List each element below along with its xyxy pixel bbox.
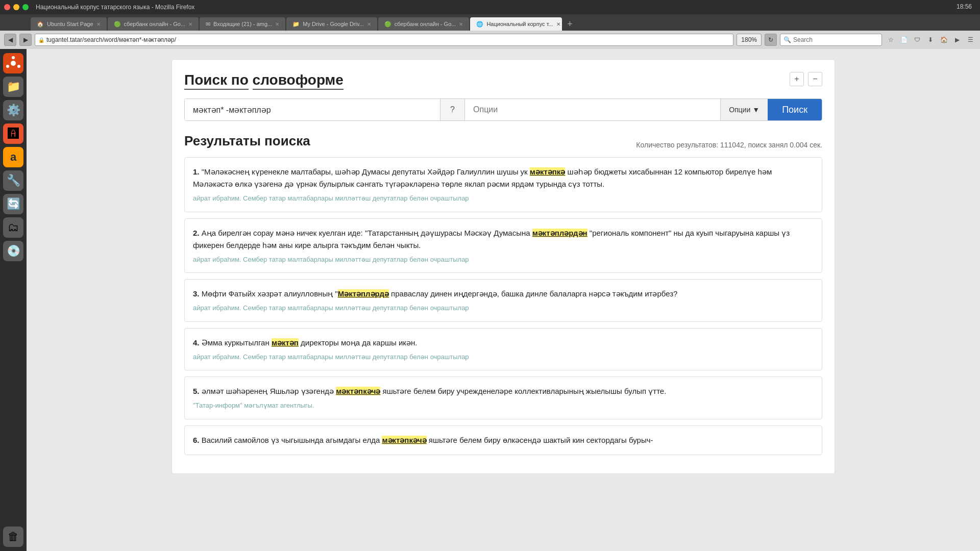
search-header: Поиск по словоформе + − — [184, 72, 822, 88]
tab-label: Ubuntu Start Page — [47, 21, 93, 27]
browser-search-box[interactable]: 🔍 Search — [780, 34, 882, 46]
tab-national-corpus[interactable]: 🌐 Национальный корпус т... ✕ — [470, 17, 562, 31]
sidebar-icon-amazon[interactable]: a — [3, 147, 23, 167]
tab-favicon: 🟢 — [384, 21, 391, 28]
search-input-row: ? Опции ▼ Поиск — [184, 98, 822, 121]
browser-body: 📁 ⚙️ 🅰 a 🔧 🔄 🗂 💿 🗑 — [0, 49, 980, 551]
menu-icon[interactable]: ☰ — [965, 34, 976, 45]
reader-icon[interactable]: 📄 — [898, 34, 910, 45]
tab-favicon: 🟢 — [114, 21, 121, 28]
search-input[interactable] — [185, 99, 440, 120]
close-window-btn[interactable] — [4, 4, 10, 10]
bookmark-icon[interactable]: ☆ — [885, 34, 896, 45]
minimize-window-btn[interactable] — [13, 4, 19, 10]
tab-close-btn[interactable]: ✕ — [459, 21, 463, 27]
forward-button[interactable]: ▶ — [19, 34, 32, 46]
result-item: 5. әлмәт шәhәренең Яшьләр үзәгендә мәктә… — [184, 377, 822, 419]
sidebar-icon-software[interactable]: 🅰 — [3, 123, 23, 144]
result-item: 2. Аңа бирелгән сорау мәнә ничек куелган… — [184, 218, 822, 273]
tab-label: сбербанк онлайн - Go... — [124, 21, 186, 27]
chevron-down-icon: ▼ — [752, 106, 760, 114]
url-text: tugantel.tatar/search/word/мәктәп*-мәктә… — [46, 36, 176, 43]
back-button[interactable]: ◀ — [4, 34, 16, 46]
highlighted-word: мәктәпләрдән — [532, 229, 587, 237]
sidebar-icon-files[interactable]: 📁 — [3, 77, 23, 97]
sidebar-icon-settings[interactable]: ⚙️ — [3, 100, 23, 120]
clock: 18:56 — [957, 3, 972, 10]
sidebar: 📁 ⚙️ 🅰 a 🔧 🔄 🗂 💿 🗑 — [0, 49, 27, 551]
search-button[interactable]: Поиск — [768, 99, 822, 120]
tab-inbox[interactable]: ✉ Входящие (21) - amg... ✕ — [200, 17, 285, 31]
tab-close-btn[interactable]: ✕ — [556, 21, 560, 27]
result-text: 5. әлмәт шәhәренең Яшьләр үзәгендә мәктә… — [193, 385, 814, 397]
sidebar-icon-wrench[interactable]: 🔧 — [3, 170, 23, 191]
search-title-prefix: Поиск по — [184, 72, 249, 90]
ubuntu-icon — [5, 55, 21, 71]
options-input[interactable] — [464, 99, 720, 120]
result-text: 4. Әмма куркытылган мәктәп директоры моң… — [193, 337, 814, 349]
highlighted-word: мәктәп — [272, 338, 299, 347]
highlighted-word: Мәктәпләрдә — [338, 289, 389, 298]
result-source: айрат ибраhим. Сембер татар малтабарлары… — [193, 352, 814, 362]
tab-ubuntu-start[interactable]: 🏠 Ubuntu Start Page ✕ — [31, 17, 107, 31]
result-number: 4. — [193, 338, 200, 347]
youtube-icon[interactable]: ▶ — [951, 34, 963, 45]
tab-label: сбербанк онлайн - Go... — [395, 21, 456, 27]
nav-toolbar-icons: ☆ 📄 🛡 ⬇ 🏠 ▶ ☰ — [885, 34, 976, 45]
options-dropdown-button[interactable]: Опции ▼ — [720, 99, 768, 120]
lock-icon: 🔒 — [38, 37, 44, 43]
main-content: Поиск по словоформе + − ? Опции ▼ Поиск — [27, 49, 980, 551]
shield-icon[interactable]: 🛡 — [912, 34, 923, 45]
page-title: Поиск по словоформе — [184, 72, 344, 88]
svg-point-4 — [17, 65, 20, 68]
tab-close-btn[interactable]: ✕ — [188, 21, 192, 27]
sidebar-icon-file-manager[interactable]: 🗂 — [3, 217, 23, 238]
tab-favicon: 🏠 — [37, 21, 44, 28]
svg-point-3 — [6, 65, 9, 68]
highlighted-word: мәктәпкәчә — [336, 387, 380, 395]
zoom-value: 180% — [741, 36, 757, 43]
zoom-out-button[interactable]: − — [808, 72, 822, 86]
tab-close-btn[interactable]: ✕ — [367, 21, 371, 27]
result-text: 2. Аңа бирелгән сорау мәнә ничек куелган… — [193, 227, 814, 252]
result-source: айрат ибраhим. Сембер татар малтабарлары… — [193, 193, 814, 204]
result-text: 1. "Мәләкәснең күренекле малтабары, шәһә… — [193, 166, 814, 190]
svg-point-1 — [11, 61, 16, 66]
result-item: 4. Әмма куркытылган мәктәп директоры моң… — [184, 328, 822, 371]
new-tab-button[interactable]: + — [563, 17, 576, 31]
tab-close-btn[interactable]: ✕ — [275, 21, 279, 27]
home-icon[interactable]: 🏠 — [938, 34, 949, 45]
tab-sberbank-1[interactable]: 🟢 сбербанк онлайн - Go... ✕ — [108, 17, 199, 31]
download-icon[interactable]: ⬇ — [925, 34, 936, 45]
window-title: Национальный корпус татарского языка - M… — [36, 4, 194, 11]
result-number: 5. — [193, 387, 200, 395]
result-item: 6. Василий самойлов үз чыгышында агымдаг… — [184, 425, 822, 455]
tab-close-btn[interactable]: ✕ — [96, 21, 101, 27]
tab-google-drive[interactable]: 📁 My Drive - Google Driv... ✕ — [286, 17, 377, 31]
url-bar[interactable]: 🔒 tugantel.tatar/search/word/мәктәп*-мәк… — [35, 34, 733, 46]
result-number: 2. — [193, 229, 200, 237]
sidebar-icon-trash[interactable]: 🗑 — [3, 527, 23, 547]
tab-label: My Drive - Google Driv... — [303, 21, 364, 27]
sidebar-icon-disk[interactable]: 💿 — [3, 241, 23, 261]
tab-label: Входящие (21) - amg... — [213, 21, 272, 27]
help-button[interactable]: ? — [440, 99, 464, 120]
result-text: 6. Василий самойлов үз чыгышында агымдаг… — [193, 434, 814, 446]
svg-point-2 — [12, 56, 15, 59]
zoom-in-button[interactable]: + — [790, 72, 804, 86]
tab-label: Национальный корпус т... — [486, 21, 553, 27]
sidebar-icon-ubuntu[interactable] — [3, 53, 23, 73]
result-text: 3. Мөфти Фатыйх хәзрәт алиулловның "Мәкт… — [193, 288, 814, 300]
result-source: айрат ибраhим. Сембер татар малтабарлары… — [193, 303, 814, 313]
zoom-indicator: 180% — [737, 34, 762, 46]
maximize-window-btn[interactable] — [22, 4, 29, 10]
result-number: 1. — [193, 167, 200, 176]
results-header: Результаты поиска Количество результатов… — [184, 133, 822, 149]
result-source: айрат ибраhим. Сембер татар малтабарлары… — [193, 255, 814, 265]
sidebar-icon-update[interactable]: 🔄 — [3, 194, 23, 214]
tab-bar: 🏠 Ubuntu Start Page ✕ 🟢 сбербанк онлайн … — [0, 14, 980, 31]
page-controls: + − — [790, 72, 822, 86]
reload-button[interactable]: ↻ — [765, 34, 777, 46]
results-title: Результаты поиска — [184, 133, 310, 149]
tab-sberbank-2[interactable]: 🟢 сбербанк онлайн - Go... ✕ — [378, 17, 470, 31]
